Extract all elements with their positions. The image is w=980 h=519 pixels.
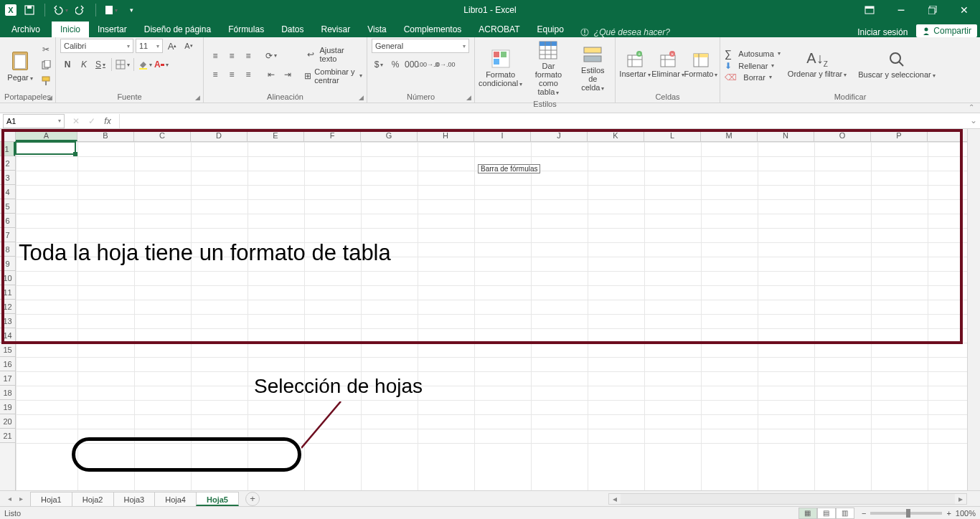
tell-me[interactable]: ¿Qué desea hacer? <box>573 27 677 37</box>
page-layout-view-button[interactable]: ▤ <box>817 508 836 519</box>
row-header-18[interactable]: 18 <box>0 386 15 400</box>
tab-insertar[interactable]: Insertar <box>89 22 136 37</box>
align-middle-icon[interactable]: ≡ <box>225 49 239 63</box>
active-cell[interactable] <box>15 141 76 155</box>
fill-handle[interactable] <box>73 152 77 156</box>
font-size-combo[interactable]: 11▾ <box>136 39 163 53</box>
column-header-K[interactable]: K <box>588 129 644 141</box>
decrease-font-icon[interactable]: A▾ <box>182 39 196 53</box>
column-header-O[interactable]: O <box>814 129 871 141</box>
sheet-nav-prev-icon[interactable]: ◂ <box>4 495 14 503</box>
spreadsheet-grid[interactable]: ABCDEFGHIJKLMNOP 12345678910111213141516… <box>0 129 980 490</box>
increase-decimal-icon[interactable]: .00→.0 <box>421 57 435 72</box>
row-header-19[interactable]: 19 <box>0 400 15 414</box>
expand-formula-bar-icon[interactable]: ⌄ <box>970 115 977 125</box>
vertical-scrollbar[interactable] <box>967 129 980 490</box>
decrease-indent-icon[interactable]: ⇤ <box>264 67 278 82</box>
autosum-button[interactable]: ∑ Autosuma▾ <box>725 48 781 59</box>
align-center-icon[interactable]: ≡ <box>225 67 239 82</box>
tab-formulas[interactable]: Fórmulas <box>220 22 273 37</box>
column-header-J[interactable]: J <box>531 129 588 141</box>
dialog-launcher-icon[interactable]: ◢ <box>466 94 471 101</box>
column-header-F[interactable]: F <box>304 129 361 141</box>
align-right-icon[interactable]: ≡ <box>241 67 255 82</box>
sheet-nav-next-icon[interactable]: ▸ <box>16 495 26 503</box>
minimize-button[interactable]: − <box>885 0 917 20</box>
sheet-tab-hoja3[interactable]: Hoja3 <box>113 492 156 506</box>
column-header-I[interactable]: I <box>474 129 531 141</box>
format-painter-icon[interactable] <box>39 74 53 88</box>
share-button[interactable]: Compartir <box>916 24 977 37</box>
zoom-slider[interactable] <box>870 512 942 515</box>
increase-font-icon[interactable]: A▴ <box>165 39 179 53</box>
font-color-icon[interactable]: A▾ <box>154 57 169 72</box>
insert-cells-button[interactable]: +Insertar▾ <box>620 49 650 80</box>
name-box[interactable]: A1▾ <box>3 114 65 128</box>
insert-function-icon[interactable]: fx <box>102 116 113 126</box>
row-header-8[interactable]: 8 <box>0 242 15 257</box>
tab-revisar[interactable]: Revisar <box>313 22 359 37</box>
row-header-15[interactable]: 15 <box>0 343 15 357</box>
zoom-in-button[interactable]: + <box>946 509 951 518</box>
number-format-combo[interactable]: General▾ <box>372 39 469 53</box>
tab-diseno[interactable]: Diseño de página <box>136 22 220 37</box>
column-header-H[interactable]: H <box>418 129 474 141</box>
row-header-1[interactable]: 1 <box>0 142 15 156</box>
sheet-tab-hoja5[interactable]: Hoja5 <box>196 492 239 506</box>
close-button[interactable]: ✕ <box>948 0 980 20</box>
merge-center-button[interactable]: ⊞Combinar y centrar▾ <box>303 67 362 85</box>
zoom-level[interactable]: 100% <box>956 509 976 518</box>
new-sheet-button[interactable]: + <box>245 492 260 506</box>
column-header-A[interactable]: A <box>16 129 77 141</box>
row-header-14[interactable]: 14 <box>0 328 15 343</box>
row-header-13[interactable]: 13 <box>0 314 15 328</box>
paste-button[interactable]: Pegar▾ <box>4 46 36 84</box>
formula-input[interactable]: ⌄ <box>119 114 980 128</box>
increase-indent-icon[interactable]: ⇥ <box>281 67 295 82</box>
ribbon-display-options-icon[interactable] <box>854 0 885 20</box>
format-cells-button[interactable]: Formato▾ <box>686 49 716 80</box>
format-as-table-button[interactable]: Dar formato como tabla▾ <box>524 39 572 98</box>
row-header-11[interactable]: 11 <box>0 285 15 300</box>
borders-icon[interactable]: ▾ <box>116 57 130 72</box>
percent-icon[interactable]: % <box>388 57 402 72</box>
comma-icon[interactable]: 000 <box>405 57 419 72</box>
row-header-5[interactable]: 5 <box>0 199 15 214</box>
row-header-10[interactable]: 10 <box>0 271 15 285</box>
align-left-icon[interactable]: ≡ <box>208 67 222 82</box>
tab-datos[interactable]: Datos <box>273 22 312 37</box>
align-bottom-icon[interactable]: ≡ <box>241 49 255 63</box>
cell-styles-button[interactable]: Estilos de celda▾ <box>575 43 611 94</box>
italic-button[interactable]: K <box>77 57 91 72</box>
column-header-C[interactable]: C <box>134 129 191 141</box>
row-header-9[interactable]: 9 <box>0 257 15 271</box>
conditional-format-button[interactable]: Formato condicional▾ <box>479 47 522 90</box>
dialog-launcher-icon[interactable]: ◢ <box>359 94 364 101</box>
align-top-icon[interactable]: ≡ <box>208 49 222 63</box>
column-header-E[interactable]: E <box>248 129 304 141</box>
sheet-tab-hoja1[interactable]: Hoja1 <box>30 492 72 506</box>
cancel-formula-icon[interactable]: ✕ <box>70 116 82 126</box>
font-name-combo[interactable]: Calibri▾ <box>60 39 133 53</box>
row-header-20[interactable]: 20 <box>0 414 15 429</box>
fill-color-icon[interactable]: ▾ <box>138 57 152 72</box>
normal-view-button[interactable]: ▦ <box>798 508 817 519</box>
sheet-tab-hoja4[interactable]: Hoja4 <box>154 492 197 506</box>
sign-in-link[interactable]: Iniciar sesión <box>849 27 916 37</box>
decrease-decimal-icon[interactable]: .0→.00 <box>438 57 452 72</box>
tab-equipo[interactable]: Equipo <box>528 22 572 37</box>
copy-icon[interactable] <box>39 58 53 72</box>
sort-filter-button[interactable]: A↓ZOrdenar y filtrar▾ <box>783 49 851 80</box>
bold-button[interactable]: N <box>60 57 75 72</box>
restore-button[interactable] <box>917 0 948 20</box>
page-break-view-button[interactable]: ▥ <box>836 508 854 519</box>
tab-complementos[interactable]: Complementos <box>395 22 471 37</box>
delete-cells-button[interactable]: ×Eliminar▾ <box>653 49 683 80</box>
row-header-16[interactable]: 16 <box>0 357 15 371</box>
wrap-text-button[interactable]: ↩Ajustar texto <box>303 46 362 63</box>
column-header-G[interactable]: G <box>361 129 418 141</box>
clear-button[interactable]: ⌫ Borrar▾ <box>725 72 781 82</box>
currency-icon[interactable]: $▾ <box>372 57 386 72</box>
horizontal-scrollbar[interactable]: ◂▸ <box>608 493 967 505</box>
find-select-button[interactable]: Buscar y seleccionar▾ <box>854 49 940 81</box>
